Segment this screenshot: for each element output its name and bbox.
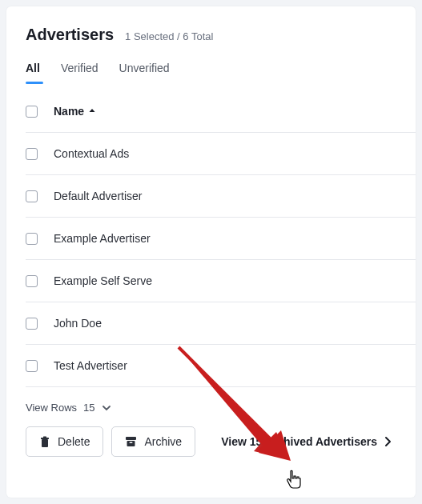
- delete-label: Delete: [58, 435, 90, 448]
- chevron-right-icon: [384, 436, 392, 447]
- archive-icon: [125, 436, 137, 447]
- panel-header: Advertisers 1 Selected / 6 Total: [26, 26, 416, 44]
- row-name: Default Advertiser: [54, 190, 143, 202]
- filter-tabs: All Verified Unverified: [26, 62, 416, 84]
- row-checkbox[interactable]: [26, 148, 38, 160]
- table-row[interactable]: Example Advertiser: [26, 218, 416, 260]
- page-title: Advertisers: [26, 26, 114, 44]
- row-name: Example Advertiser: [54, 232, 151, 245]
- archive-button[interactable]: Archive: [111, 426, 195, 457]
- selection-status: 1 Selected / 6 Total: [125, 30, 213, 42]
- table-row[interactable]: Contextual Ads: [26, 133, 416, 175]
- row-checkbox[interactable]: [26, 233, 38, 245]
- view-archived-link[interactable]: View 15 Archived Advertisers: [221, 435, 392, 448]
- row-checkbox[interactable]: [26, 318, 38, 330]
- row-checkbox[interactable]: [26, 360, 38, 372]
- table-header: Name: [26, 90, 416, 133]
- row-name: Test Advertiser: [54, 359, 127, 372]
- tab-verified[interactable]: Verified: [61, 62, 98, 84]
- tab-unverified[interactable]: Unverified: [119, 62, 170, 84]
- trash-icon: [39, 436, 50, 448]
- table-row[interactable]: Test Advertiser: [26, 345, 416, 387]
- delete-button[interactable]: Delete: [26, 426, 103, 457]
- svg-rect-4: [127, 441, 135, 446]
- archived-link-label: View 15 Archived Advertisers: [221, 435, 377, 448]
- sort-asc-icon: [87, 106, 97, 116]
- row-name: Contextual Ads: [54, 147, 129, 160]
- action-bar: Delete Archive View 15 Archived Advertis…: [26, 426, 416, 457]
- svg-rect-0: [42, 439, 48, 447]
- view-rows-selector[interactable]: View Rows 15: [26, 402, 416, 414]
- table-row[interactable]: John Doe: [26, 302, 416, 345]
- cursor-pointer-icon: [286, 470, 303, 494]
- view-rows-value: 15: [83, 402, 94, 414]
- svg-rect-3: [126, 437, 136, 440]
- view-rows-label: View Rows: [26, 402, 77, 414]
- panel-footer: View Rows 15 Delete Archive View 15 Arch…: [26, 402, 416, 457]
- column-name-header[interactable]: Name: [54, 105, 97, 118]
- column-name-label: Name: [54, 105, 84, 118]
- row-name: Example Self Serve: [54, 274, 152, 287]
- chevron-down-icon: [102, 403, 111, 413]
- archive-label: Archive: [144, 435, 182, 448]
- svg-rect-5: [130, 442, 133, 444]
- row-checkbox[interactable]: [26, 275, 38, 287]
- table-row[interactable]: Default Advertiser: [26, 175, 416, 218]
- row-name: John Doe: [54, 317, 102, 330]
- advertisers-panel: Advertisers 1 Selected / 6 Total All Ver…: [6, 6, 416, 498]
- table-row[interactable]: Example Self Serve: [26, 260, 416, 302]
- select-all-checkbox[interactable]: [26, 106, 38, 118]
- row-checkbox[interactable]: [26, 190, 38, 202]
- tab-all[interactable]: All: [26, 62, 40, 84]
- svg-rect-2: [43, 436, 46, 438]
